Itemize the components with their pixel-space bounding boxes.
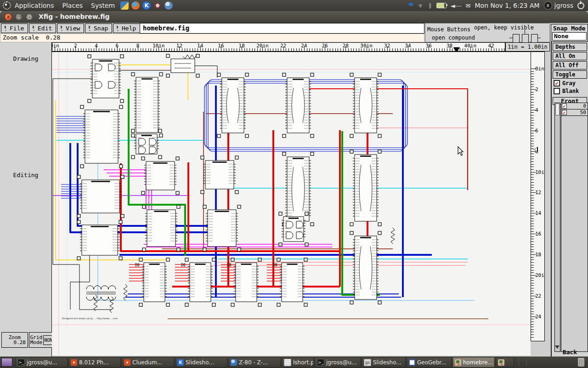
ruler-label: 0in <box>52 43 59 49</box>
pulldown-arrow-icon <box>88 26 92 31</box>
snap-mode-panel: Snap Mode None <box>551 24 588 42</box>
circuit-chip[interactable] <box>203 205 241 251</box>
circuit-chip[interactable] <box>350 73 381 138</box>
circuit-chip[interactable] <box>142 205 180 251</box>
blank-checkbox[interactable]: Blank <box>554 88 587 94</box>
circuit-chip[interactable] <box>141 157 179 195</box>
distro-logo-icon[interactable] <box>3 1 11 10</box>
menu-file[interactable]: File <box>1 23 28 33</box>
dropbox-tray-icon[interactable] <box>408 2 414 9</box>
circuit-chip[interactable] <box>77 175 124 218</box>
ruler-label: 34 <box>405 43 411 49</box>
menu-edit[interactable]: Edit <box>29 23 56 33</box>
task-button-cluedum[interactable]: ▾Cluedum... <box>122 357 174 368</box>
depth-row[interactable]: ✔0 <box>561 103 588 109</box>
circuit-chip[interactable] <box>350 150 381 226</box>
task-button[interactable] <box>496 357 514 368</box>
mouse-button-1-icon <box>513 34 520 43</box>
toggle-button[interactable]: Toggle <box>553 70 587 79</box>
depth-checkbox-icon[interactable]: ✔ <box>562 110 567 115</box>
firefox-launcher-icon[interactable] <box>131 1 140 10</box>
menu-view[interactable]: View <box>57 23 84 33</box>
task-button-homebre[interactable]: homebre... <box>452 357 495 368</box>
svg-text:D0: D0 <box>273 263 277 267</box>
python-launcher-icon[interactable] <box>120 1 129 10</box>
document-icon <box>284 359 291 366</box>
task-button-lshortpdf[interactable]: lshort.pdf <box>282 357 314 368</box>
snap-mode-value[interactable]: None <box>552 32 587 40</box>
task-button-jgrossu[interactable]: >_jgross@u... <box>315 357 361 368</box>
circuit-chip[interactable]: D0 <box>181 258 215 306</box>
volume-tray-icon[interactable]: ◄--- <box>451 2 462 9</box>
task-button-jgrossu[interactable]: >_jgross@u... <box>15 357 68 368</box>
menu-snap[interactable]: Snap <box>85 23 112 33</box>
wifi-tray-icon[interactable]: ᯤ︎ <box>418 2 424 9</box>
ruler-label: 26 <box>322 43 328 49</box>
circuit-chip[interactable] <box>77 220 122 260</box>
task-label: 8.012 Ph... <box>79 359 108 366</box>
circuit-chip[interactable] <box>201 156 238 194</box>
minimize-icon[interactable]: ⌄ <box>15 13 23 21</box>
kde-launcher-icon[interactable]: K <box>142 1 151 10</box>
maximize-icon[interactable]: ○ <box>26 13 33 21</box>
circuit-chip[interactable] <box>283 73 314 138</box>
task-label: Slidesho... <box>186 359 214 366</box>
task-button-8012ph[interactable]: ▾8.012 Ph... <box>68 357 121 368</box>
depth-checkbox-icon[interactable]: ✔ <box>562 104 567 109</box>
power-icon[interactable] <box>577 2 584 9</box>
filename-field[interactable]: homebrew.fig <box>140 23 424 34</box>
ruler-label: 22 <box>535 293 541 299</box>
depth-row[interactable]: ✔50 <box>561 109 588 116</box>
window-titlebar[interactable]: x ⌄ ○ Xfig - homebrew.fig <box>0 11 588 23</box>
circuit-chip[interactable] <box>131 129 162 159</box>
zoom-button[interactable]: Zoom 0.28 <box>1 332 28 348</box>
pulldown-arrow-icon <box>32 26 36 31</box>
all-off-button[interactable]: All Off <box>553 61 587 69</box>
clock[interactable]: Mon Nov 1, 6:23 AM <box>475 2 540 9</box>
circuit-chip[interactable] <box>166 54 199 77</box>
pdf-icon: ▾ <box>124 359 130 366</box>
ruler-label: 24 <box>301 43 307 49</box>
applications-menu[interactable]: Applications <box>13 2 58 9</box>
places-menu[interactable]: Places <box>58 2 87 9</box>
circuit-chip[interactable] <box>217 73 249 138</box>
editing-tool-grid <box>1 185 51 321</box>
circuit-chip[interactable] <box>80 105 123 168</box>
gray-checkbox[interactable]: ✔ Gray <box>554 80 587 86</box>
depth-list: ✔0✔50 <box>561 103 588 352</box>
task-button-z80z[interactable]: Z-80 - Z-... <box>228 357 281 368</box>
circuit-chip[interactable] <box>283 152 314 226</box>
close-icon[interactable]: x <box>5 13 12 21</box>
scale-indicator: 1in = 1.00in <box>505 42 550 52</box>
menu-help[interactable]: Help <box>113 23 140 33</box>
task-label: jgross@u... <box>27 359 57 366</box>
mathematica-launcher-icon[interactable] <box>153 1 162 10</box>
all-on-button[interactable]: All On <box>553 52 587 60</box>
circuit-chip[interactable] <box>279 212 308 246</box>
circuit-chip[interactable] <box>88 55 124 103</box>
circuit-chip[interactable]: D0 <box>135 258 170 306</box>
checkbox-icon: ✔ <box>554 80 560 86</box>
task-button-geogebr[interactable]: GeoGebr... <box>407 357 452 368</box>
trash-icon[interactable] <box>578 358 584 367</box>
chromium-launcher-icon[interactable] <box>164 1 173 10</box>
workspace-switcher-icon[interactable] <box>1 358 12 367</box>
depth-scrollbar[interactable] <box>554 103 560 352</box>
terminal-icon: >_ <box>317 359 324 366</box>
circuit-chip[interactable] <box>131 73 163 137</box>
globe-icon <box>231 359 237 366</box>
task-label: GeoGebr... <box>417 359 447 366</box>
xfig-icon <box>455 359 461 366</box>
drawing-canvas[interactable]: D0D0D0D0Designed and drawn up by … http:… <box>52 52 531 356</box>
task-button-slidesho[interactable]: KSlidesho... <box>175 357 227 368</box>
user-menu[interactable]: x jgross <box>544 1 573 10</box>
circuit-chip[interactable] <box>350 231 381 304</box>
bluetooth-tray-icon[interactable]: ᛒ <box>429 2 432 9</box>
right-ruler[interactable]: 0in246810in1214161820in2224 <box>531 52 545 341</box>
mail-tray-icon[interactable]: ✉ <box>466 2 471 9</box>
battery-tray-icon[interactable] <box>436 3 447 8</box>
depth-scroll-thumb[interactable] <box>555 104 560 115</box>
task-button-slidesho[interactable]: gsSlidesho... <box>362 357 406 368</box>
top-ruler[interactable]: 0in246810in1214161820in2224262830in32343… <box>52 42 505 52</box>
system-menu[interactable]: System <box>87 2 119 9</box>
